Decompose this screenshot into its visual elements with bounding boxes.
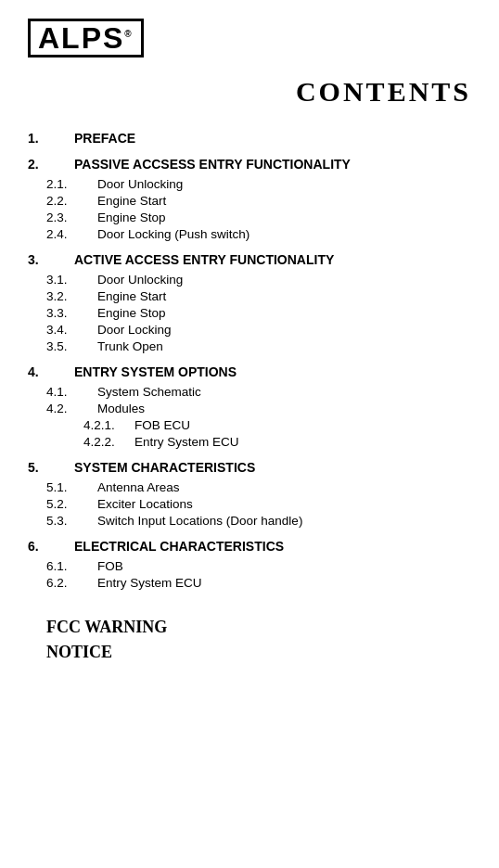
subsection-title: Engine Start [97,289,166,303]
section-title: PREFACE [74,131,135,146]
section-num: 2. [28,157,74,172]
subsection-62: 6.2.Entry System ECU [28,576,471,590]
subsection-52: 5.2.Exciter Locations [28,497,471,511]
subsection-num: 2.2. [46,194,97,208]
alps-logo: ALPS® [28,19,144,57]
subsection-title: System Schematic [97,385,201,399]
subsection-53: 5.3.Switch Input Locations (Door handle) [28,514,471,528]
subsection-21: 2.1.Door Unlocking [28,177,471,191]
section-5: 5.SYSTEM CHARACTERISTICS5.1.Antenna Area… [28,460,471,528]
subsubsection-421: 4.2.1.FOB ECU [28,418,471,432]
fcc-warning-title: FCC WARNING [46,618,471,637]
subsection-title: Switch Input Locations (Door handle) [97,514,302,528]
toc-container: 1.PREFACE2.PASSIVE ACCSESS ENTRY FUNCTIO… [28,131,471,590]
subsection-title: Modules [97,402,145,415]
subsection-num: 3.2. [46,289,97,303]
subsection-22: 2.2.Engine Start [28,194,471,208]
subsection-num: 3.1. [46,273,97,287]
subsection-41: 4.1.System Schematic [28,385,471,399]
section-num: 1. [28,131,74,146]
subsection-title: Exciter Locations [97,497,193,511]
subsection-num: 5.3. [46,514,97,528]
logo-container: ALPS® [28,19,471,57]
subsection-num: 6.1. [46,559,97,573]
page-title: CONTENTS [28,76,471,108]
section-header: 6.ELECTRICAL CHARACTERISTICS [28,539,471,554]
section-6: 6.ELECTRICAL CHARACTERISTICS6.1.FOB6.2.E… [28,539,471,590]
subsection-23: 2.3.Engine Stop [28,211,471,224]
registered-mark: ® [124,29,133,39]
subsection-34: 3.4.Door Locking [28,323,471,337]
fcc-section: FCC WARNING NOTICE [28,618,471,662]
section-num: 3. [28,252,74,267]
subsection-61: 6.1.FOB [28,559,471,573]
subsection-num: 4.1. [46,385,97,399]
section-header: 3.ACTIVE ACCESS ENTRY FUNCTIONALITY [28,252,471,267]
subsection-title: Door Locking [97,323,172,337]
section-title: ACTIVE ACCESS ENTRY FUNCTIONALITY [74,252,334,267]
subsection-num: 3.3. [46,306,97,320]
subsection-title: Door Unlocking [97,273,183,287]
subsubsection-title: FOB ECU [134,418,190,432]
subsection-33: 3.3.Engine Stop [28,306,471,320]
subsection-num: 2.4. [46,227,97,241]
logo-text: ALPS [38,21,124,55]
subsection-num: 5.1. [46,480,97,494]
section-title: ELECTRICAL CHARACTERISTICS [74,539,284,554]
subsubsection-num: 4.2.1. [83,418,134,432]
subsection-num: 2.3. [46,211,97,224]
section-3: 3.ACTIVE ACCESS ENTRY FUNCTIONALITY3.1.D… [28,252,471,353]
section-num: 5. [28,460,74,475]
subsection-num: 2.1. [46,177,97,191]
subsection-title: Entry System ECU [97,576,202,590]
section-header: 5.SYSTEM CHARACTERISTICS [28,460,471,475]
section-4: 4.ENTRY SYSTEM OPTIONS4.1.System Schemat… [28,364,471,449]
subsubsection-num: 4.2.2. [83,435,134,449]
section-header: 4.ENTRY SYSTEM OPTIONS [28,364,471,379]
section-num: 6. [28,539,74,554]
section-header: 2.PASSIVE ACCSESS ENTRY FUNCTIONALITY [28,157,471,172]
section-1: 1.PREFACE [28,131,471,146]
subsection-31: 3.1.Door Unlocking [28,273,471,287]
subsection-num: 3.5. [46,339,97,353]
subsection-num: 6.2. [46,576,97,590]
section-title: ENTRY SYSTEM OPTIONS [74,364,237,379]
subsection-title: Door Unlocking [97,177,183,191]
subsection-42: 4.2.Modules [28,402,471,415]
subsection-35: 3.5.Trunk Open [28,339,471,353]
subsection-title: Engine Start [97,194,166,208]
subsection-32: 3.2.Engine Start [28,289,471,303]
subsection-51: 5.1.Antenna Areas [28,480,471,494]
subsection-num: 5.2. [46,497,97,511]
subsection-title: Door Locking (Push switch) [97,227,250,241]
subsection-24: 2.4.Door Locking (Push switch) [28,227,471,241]
subsubsection-title: Entry System ECU [134,435,239,449]
subsection-num: 3.4. [46,323,97,337]
section-header: 1.PREFACE [28,131,471,146]
section-2: 2.PASSIVE ACCSESS ENTRY FUNCTIONALITY2.1… [28,157,471,241]
section-num: 4. [28,364,74,379]
subsubsection-422: 4.2.2.Entry System ECU [28,435,471,449]
subsection-title: Antenna Areas [97,480,180,494]
subsection-title: FOB [97,559,123,573]
subsection-title: Engine Stop [97,306,166,320]
notice-title: NOTICE [46,643,471,662]
subsection-title: Trunk Open [97,339,163,353]
subsection-num: 4.2. [46,402,97,415]
section-title: PASSIVE ACCSESS ENTRY FUNCTIONALITY [74,157,351,172]
section-title: SYSTEM CHARACTERISTICS [74,460,255,475]
subsection-title: Engine Stop [97,211,166,224]
